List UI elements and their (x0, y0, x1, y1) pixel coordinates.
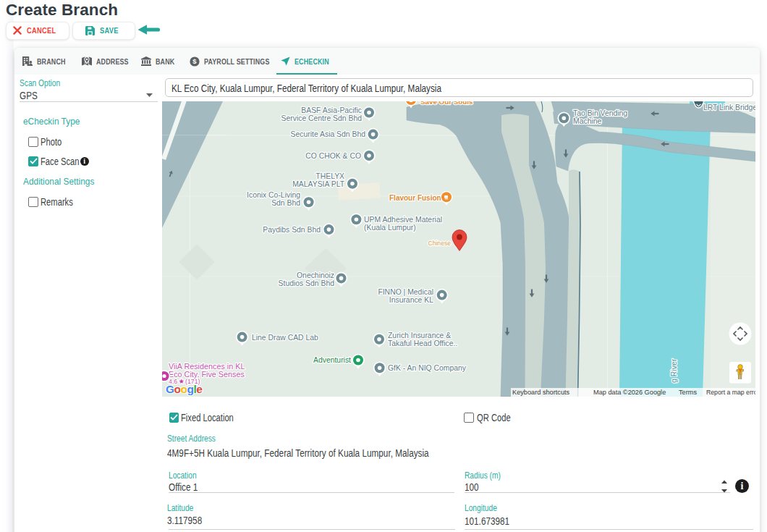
svg-text:Adventurist: Adventurist (313, 356, 351, 364)
svg-text:Sdn Bhd: Sdn Bhd (271, 199, 300, 207)
svg-text:Keyboard shortcuts: Keyboard shortcuts (512, 389, 570, 396)
svg-text:Service Centre Sdn Bhd: Service Centre Sdn Bhd (281, 114, 363, 122)
svg-text:Tao Bin Vending: Tao Bin Vending (573, 109, 627, 117)
svg-text:Paydibs Sdn Bhd: Paydibs Sdn Bhd (263, 226, 321, 234)
svg-text:MALAYSIA PLT: MALAYSIA PLT (292, 180, 344, 188)
svg-text:Google: Google (166, 383, 203, 395)
svg-text:Takaful Head Office..: Takaful Head Office.. (388, 339, 457, 347)
svg-text:Line Draw CAD Lab: Line Draw CAD Lab (252, 334, 318, 342)
svg-text:GfK - An NIQ Company: GfK - An NIQ Company (388, 364, 467, 372)
svg-text:Flavour Fusion: Flavour Fusion (389, 194, 441, 202)
svg-text:Securite Asia Sdn Bhd: Securite Asia Sdn Bhd (291, 130, 366, 138)
svg-text:FINNO | Medical: FINNO | Medical (378, 288, 433, 296)
svg-text:UPM Adhesive Material: UPM Adhesive Material (364, 216, 442, 224)
svg-text:LRT Link Bridge: LRT Link Bridge (703, 104, 755, 111)
svg-text:Iconix Co-Living: Iconix Co-Living (247, 191, 300, 199)
svg-text:Machine: Machine (573, 117, 601, 125)
svg-text:$: $ (192, 57, 197, 65)
svg-text:THELYX: THELYX (315, 172, 344, 180)
svg-text:Onechinoiz: Onechinoiz (297, 271, 334, 279)
svg-text:BASF Asia-Pacific: BASF Asia-Pacific (301, 106, 362, 114)
svg-text:Report a map error: Report a map error (706, 389, 755, 396)
svg-text:Map data ©2026 Google: Map data ©2026 Google (593, 389, 666, 396)
svg-text:Terms: Terms (679, 389, 697, 396)
svg-text:g River: g River (669, 358, 678, 383)
svg-text:Save Our Souls: Save Our Souls (420, 101, 473, 106)
svg-text:CO CHOK & CO: CO CHOK & CO (305, 152, 361, 160)
svg-text:Insurance KL: Insurance KL (389, 296, 433, 304)
svg-text:Studios Sdn Bhd: Studios Sdn Bhd (279, 279, 335, 287)
svg-text:Zurich Insurance &: Zurich Insurance & (388, 332, 451, 339)
svg-text:(Kuala Lumpur): (Kuala Lumpur) (364, 224, 416, 232)
svg-text:Chinese: Chinese (428, 240, 451, 247)
